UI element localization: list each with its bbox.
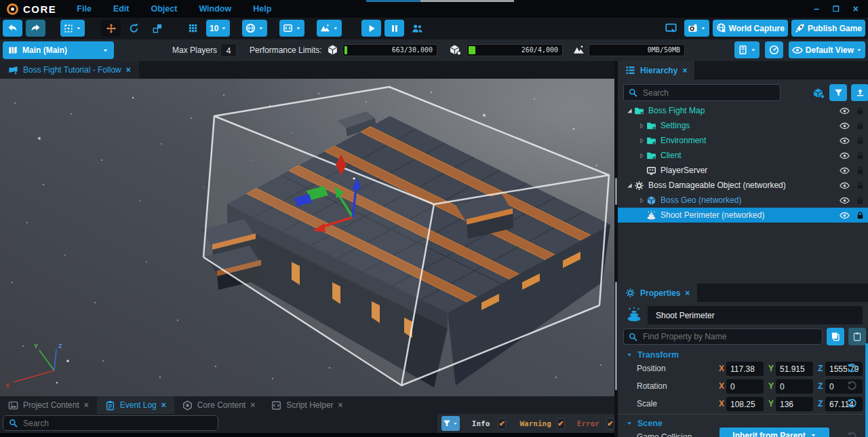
visibility-eye-icon[interactable] xyxy=(840,195,850,206)
minimize-button[interactable]: – xyxy=(814,3,819,14)
properties-scrollbar[interactable] xyxy=(865,343,868,437)
multiplayer-preview-button[interactable] xyxy=(408,20,427,37)
paste-properties-button[interactable] xyxy=(848,328,866,345)
copy-properties-button[interactable] xyxy=(827,328,844,345)
menu-file[interactable]: File xyxy=(74,3,94,15)
tree-row-client[interactable]: Client xyxy=(618,148,868,163)
max-players-input[interactable]: 4 xyxy=(220,43,237,57)
terrain-tool-dropdown[interactable] xyxy=(317,20,342,37)
view-mode-dropdown[interactable] xyxy=(734,41,760,58)
scale-x-input[interactable] xyxy=(726,397,764,411)
close-tab-icon[interactable]: × xyxy=(682,66,687,75)
pause-button[interactable] xyxy=(384,20,404,37)
close-tab-icon[interactable]: × xyxy=(685,288,690,298)
redo-button[interactable] xyxy=(26,20,45,37)
tree-row-shoot-perimeter[interactable]: Shoot Perimeter (networked) xyxy=(618,208,868,223)
menu-object[interactable]: Object xyxy=(149,3,180,15)
expand-arrow-icon[interactable] xyxy=(637,197,646,204)
splitter-thumb[interactable] xyxy=(615,178,617,205)
lock-icon[interactable] xyxy=(856,196,865,205)
expand-arrow-icon[interactable] xyxy=(637,152,646,159)
reset-scale-icon[interactable] xyxy=(847,398,857,408)
reset-position-icon[interactable] xyxy=(847,363,857,373)
world-capture-button[interactable]: World Capture xyxy=(713,20,788,37)
tab-properties[interactable]: Properties × xyxy=(618,284,697,302)
transform-section-header[interactable]: Transform xyxy=(626,350,679,360)
scale-tool-button[interactable] xyxy=(147,20,167,37)
splitter-thumb[interactable] xyxy=(615,282,617,390)
reset-scene-icon[interactable] xyxy=(847,432,857,437)
play-button[interactable] xyxy=(361,20,381,37)
tab-boss-fight-tutorial[interactable]: Boss Fight Tutorial - Follow × xyxy=(0,61,139,79)
filter-warning-checkbox[interactable]: ✔ xyxy=(557,418,565,430)
tree-row-environment[interactable]: Environment xyxy=(618,133,868,148)
hierarchy-search-input[interactable] xyxy=(642,88,775,98)
visibility-eye-icon[interactable] xyxy=(840,210,850,221)
lock-icon[interactable] xyxy=(856,166,865,175)
tab-core-content[interactable]: Core Content × xyxy=(174,396,263,414)
lock-icon[interactable] xyxy=(856,151,865,160)
filter-error-checkbox[interactable]: ✔ xyxy=(606,418,614,430)
object-name-input[interactable] xyxy=(654,310,856,321)
capture-settings-dropdown[interactable] xyxy=(684,20,709,37)
grid-snap-button[interactable] xyxy=(183,20,203,37)
event-log-search-input[interactable] xyxy=(22,418,212,429)
lock-icon[interactable] xyxy=(856,211,865,220)
move-tool-button[interactable] xyxy=(101,20,121,37)
viewport-3d[interactable]: X Y Z xyxy=(0,79,614,396)
undo-button[interactable] xyxy=(3,20,22,37)
expand-arrow-icon[interactable] xyxy=(625,107,634,115)
close-window-button[interactable]: × xyxy=(853,3,859,14)
selection-mode-dropdown[interactable] xyxy=(60,20,85,37)
tree-row-playerserver[interactable]: PlayerServer xyxy=(618,163,868,178)
networked-cube-icon[interactable] xyxy=(813,88,825,99)
tab-script-helper[interactable]: Script Helper × xyxy=(263,396,351,414)
menu-edit[interactable]: Edit xyxy=(111,3,132,15)
position-y-input[interactable] xyxy=(776,362,813,376)
rotation-y-input[interactable] xyxy=(776,379,813,394)
visibility-eye-icon[interactable] xyxy=(840,151,850,161)
scene-section-header[interactable]: Scene xyxy=(626,419,663,428)
close-tab-icon[interactable]: × xyxy=(338,400,343,410)
default-view-dropdown[interactable]: Default View xyxy=(789,41,865,58)
screen-share-button[interactable] xyxy=(661,20,681,37)
game-collision-dropdown[interactable]: Inherit from Parent xyxy=(719,428,829,437)
close-tab-icon[interactable]: × xyxy=(84,400,89,410)
rotate-tool-button[interactable] xyxy=(124,20,144,37)
close-tab-icon[interactable]: × xyxy=(250,400,255,410)
hierarchy-export-button[interactable] xyxy=(851,84,868,101)
reset-rotation-icon[interactable] xyxy=(847,381,857,391)
tree-row-boss-fight-map[interactable]: Boss Fight Map xyxy=(618,103,868,118)
close-tab-icon[interactable]: × xyxy=(126,65,131,75)
scene-selector-dropdown[interactable]: Main (Main) xyxy=(3,41,114,59)
lock-icon[interactable] xyxy=(856,121,865,130)
filter-info-checkbox[interactable]: ✔ xyxy=(498,418,506,430)
scale-y-input[interactable] xyxy=(776,397,813,411)
grid-size-dropdown[interactable]: 10 xyxy=(206,20,230,37)
lock-icon[interactable] xyxy=(856,181,865,190)
restore-button[interactable]: ❐ xyxy=(833,5,840,14)
visibility-eye-icon[interactable] xyxy=(840,136,850,146)
expand-arrow-icon[interactable] xyxy=(637,137,646,145)
find-property-field[interactable] xyxy=(623,328,823,345)
menu-help[interactable]: Help xyxy=(250,3,274,15)
rotation-x-input[interactable] xyxy=(726,379,764,394)
tab-event-log[interactable]: Event Log × xyxy=(97,396,174,414)
tab-project-content[interactable]: Project Content × xyxy=(0,396,97,414)
visibility-eye-icon[interactable] xyxy=(840,166,850,176)
world-space-dropdown[interactable] xyxy=(242,20,267,37)
menu-window[interactable]: Window xyxy=(196,3,234,15)
close-tab-icon[interactable]: × xyxy=(161,400,166,410)
publish-game-button[interactable]: Publish Game xyxy=(791,20,865,37)
tree-row-boss-damageable-object[interactable]: Boss Damageable Object (networked) xyxy=(618,178,868,193)
visibility-eye-icon[interactable] xyxy=(840,106,850,116)
tree-row-boss-geo[interactable]: Boss Geo (networked) xyxy=(618,193,868,208)
event-log-search[interactable] xyxy=(3,415,218,431)
lock-icon[interactable] xyxy=(856,136,865,145)
find-property-input[interactable] xyxy=(642,331,817,342)
hierarchy-search[interactable] xyxy=(623,84,781,101)
visibility-eye-icon[interactable] xyxy=(840,121,850,131)
log-filter-dropdown[interactable] xyxy=(441,416,460,431)
tab-hierarchy[interactable]: Hierarchy × xyxy=(618,61,694,79)
tree-row-settings[interactable]: Settings xyxy=(618,118,868,133)
